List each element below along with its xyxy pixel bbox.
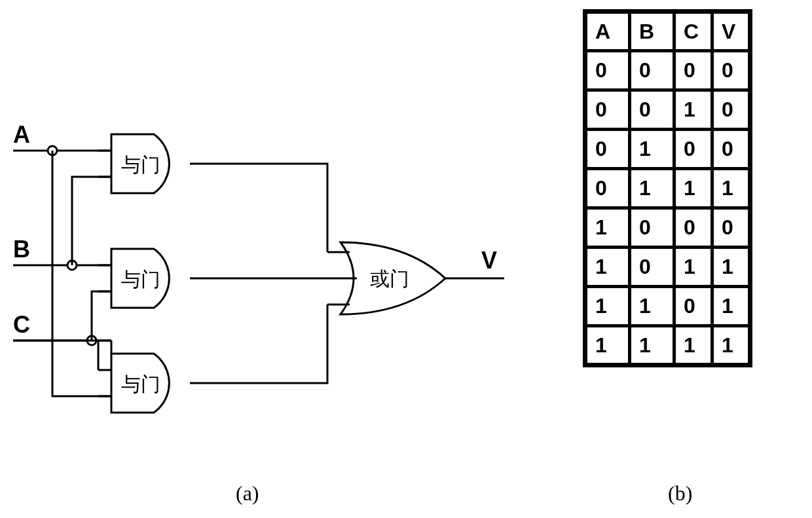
- table-row: 0 0 1 0: [585, 90, 750, 130]
- truth-table-grid: A B C V 0 0 0 0 0 0 1 0 0 1 0 0: [583, 9, 752, 367]
- table-row: 1 0 0 0: [585, 208, 750, 248]
- and-gate-1-label: 与门: [121, 154, 160, 176]
- col-header-B: B: [630, 12, 674, 51]
- and-gate-2-label: 与门: [121, 268, 160, 290]
- input-label-B: B: [13, 236, 30, 263]
- table-row: 0 1 1 1: [585, 169, 750, 208]
- col-header-V: V: [712, 12, 750, 51]
- col-header-C: C: [674, 12, 712, 51]
- input-label-C: C: [13, 311, 30, 338]
- input-label-A: A: [13, 121, 30, 148]
- output-label-V: V: [481, 247, 497, 274]
- col-header-A: A: [585, 12, 630, 51]
- circuit-diagram: A B C V 与门 与门 与门 或门: [0, 111, 524, 452]
- table-row: 0 0 0 0: [585, 51, 750, 90]
- table-row: 0 1 0 0: [585, 130, 750, 169]
- table-row: A B C V: [585, 12, 750, 51]
- and-gate-3-label: 与门: [121, 373, 160, 395]
- or-gate-label: 或门: [370, 268, 409, 289]
- table-row: 1 1 1 1: [585, 326, 750, 365]
- subfigure-label-a: (a): [236, 481, 259, 506]
- table-row: 1 1 0 1: [585, 287, 750, 326]
- truth-table: A B C V 0 0 0 0 0 0 1 0 0 1 0 0: [583, 9, 752, 367]
- subfigure-label-b: (b): [668, 481, 692, 506]
- table-row: 1 0 1 1: [585, 248, 750, 287]
